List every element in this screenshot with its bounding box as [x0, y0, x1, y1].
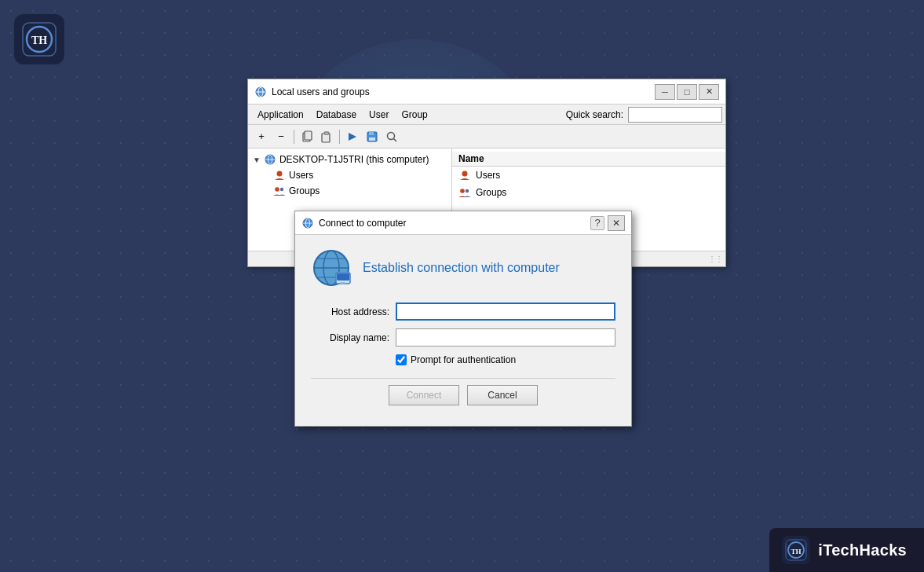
window-icon — [254, 86, 267, 98]
globe-icon — [311, 248, 352, 288]
toolbar-separator-1 — [294, 130, 294, 144]
list-header-name: Name — [458, 153, 484, 164]
titlebar-controls: ─ □ ✕ — [655, 84, 719, 100]
svg-rect-9 — [324, 132, 329, 134]
list-item-users[interactable]: Users — [452, 167, 725, 184]
svg-point-23 — [460, 189, 465, 193]
display-name-input[interactable] — [396, 328, 615, 346]
svg-point-21 — [280, 188, 283, 191]
tree-groups-label: Groups — [289, 185, 320, 196]
dialog-header-section: Establish connection with computer — [311, 248, 615, 288]
tree-groups-node[interactable]: Groups — [270, 183, 451, 199]
svg-rect-12 — [369, 132, 374, 135]
tree-arrow: ▼ — [253, 156, 261, 164]
toolbar-save-button[interactable] — [363, 128, 381, 145]
auth-checkbox-label[interactable]: Prompt for authentication — [411, 354, 516, 365]
cancel-button[interactable]: Cancel — [467, 385, 538, 405]
groups-tree-icon — [273, 185, 286, 197]
display-name-row: Display name: — [311, 328, 615, 346]
list-groups-label: Groups — [476, 187, 506, 198]
auth-checkbox[interactable] — [396, 354, 407, 365]
tree-children: Users Groups — [248, 167, 451, 199]
users-tree-icon — [273, 169, 286, 182]
svg-rect-7 — [305, 131, 312, 140]
toolbar-search-button[interactable] — [383, 128, 400, 145]
svg-point-20 — [275, 187, 279, 192]
dialog-header-title: Establish connection with computer — [363, 261, 560, 275]
brand-logo-icon: TH — [785, 539, 807, 561]
display-name-label: Display name: — [311, 332, 389, 343]
logo-top-left: TH — [14, 14, 64, 64]
list-header: Name — [452, 152, 725, 167]
menu-database[interactable]: Database — [310, 108, 363, 122]
toolbar-separator-2 — [339, 130, 340, 144]
brand-bottom-right: TH iTechHacks — [769, 528, 924, 572]
svg-rect-13 — [369, 138, 375, 141]
tree-users-node[interactable]: Users — [270, 167, 451, 183]
minimize-button[interactable]: ─ — [655, 84, 675, 100]
dialog-close-button[interactable]: ✕ — [608, 215, 625, 231]
svg-point-22 — [462, 171, 468, 177]
svg-rect-8 — [322, 134, 330, 142]
toolbar-remove-button[interactable]: − — [272, 128, 290, 145]
dialog-footer: Connect Cancel — [311, 378, 615, 416]
dialog-body: Establish connection with computer Host … — [295, 235, 631, 426]
svg-text:TH: TH — [791, 548, 802, 556]
toolbar-paste-button[interactable] — [318, 128, 335, 145]
host-address-input[interactable] — [396, 302, 615, 321]
brand-logo-small: TH — [782, 536, 810, 564]
menu-user[interactable]: User — [363, 108, 395, 122]
dialog-title-left: Connect to computer — [301, 217, 406, 229]
list-users-label: Users — [476, 170, 500, 181]
toolbar-add-button[interactable]: + — [253, 128, 270, 145]
svg-point-19 — [277, 171, 283, 177]
auth-checkbox-row: Prompt for authentication — [311, 354, 615, 365]
list-item-groups[interactable]: Groups — [452, 184, 725, 201]
dialog-help-button[interactable]: ? — [590, 216, 604, 230]
svg-point-24 — [466, 189, 469, 192]
toolbar-copy-button[interactable] — [298, 128, 316, 145]
dialog-title-icon — [301, 217, 314, 229]
maximize-button[interactable]: □ — [677, 84, 697, 100]
dialog-title-text: Connect to computer — [319, 218, 406, 229]
titlebar-left: Local users and groups — [254, 86, 370, 98]
svg-marker-10 — [349, 133, 356, 141]
menu-application[interactable]: Application — [251, 108, 310, 122]
menu-group[interactable]: Group — [395, 108, 433, 122]
window-titlebar: Local users and groups ─ □ ✕ — [248, 79, 725, 104]
computer-node-label: DESKTOP-T1J5TRI (this computer) — [279, 154, 429, 165]
host-address-label: Host address: — [311, 306, 389, 317]
svg-rect-35 — [340, 282, 345, 284]
close-window-button[interactable]: ✕ — [699, 84, 719, 100]
dialog-controls: ? ✕ — [590, 215, 625, 231]
quick-search-input[interactable] — [628, 107, 722, 123]
quick-search-area: Quick search: — [566, 107, 722, 123]
dialog-titlebar: Connect to computer ? ✕ — [295, 211, 631, 235]
tree-computer-node[interactable]: ▼ DESKTOP-T1J5TRI (this computer) — [248, 152, 451, 167]
svg-line-15 — [394, 138, 397, 141]
host-address-row: Host address: — [311, 302, 615, 321]
quick-search-label: Quick search: — [566, 109, 623, 120]
tree-users-label: Users — [289, 170, 313, 181]
connect-dialog: Connect to computer ? ✕ — [294, 211, 632, 427]
menu-bar: Application Database User Group Quick se… — [248, 104, 725, 125]
connect-button[interactable]: Connect — [389, 385, 459, 405]
window-title: Local users and groups — [272, 86, 370, 97]
resize-grip: ⋮⋮ — [708, 255, 722, 263]
svg-rect-34 — [337, 273, 349, 280]
logo-icon: TH — [21, 21, 57, 57]
list-users-icon — [458, 169, 471, 182]
menu-items: Application Database User Group — [251, 108, 434, 122]
brand-name: iTechHacks — [818, 541, 907, 559]
svg-point-14 — [388, 132, 395, 139]
computer-icon — [264, 153, 276, 166]
toolbar: + − — [248, 125, 725, 148]
svg-text:TH: TH — [31, 35, 47, 46]
list-groups-icon — [458, 186, 471, 199]
toolbar-connect-button[interactable] — [344, 128, 361, 145]
